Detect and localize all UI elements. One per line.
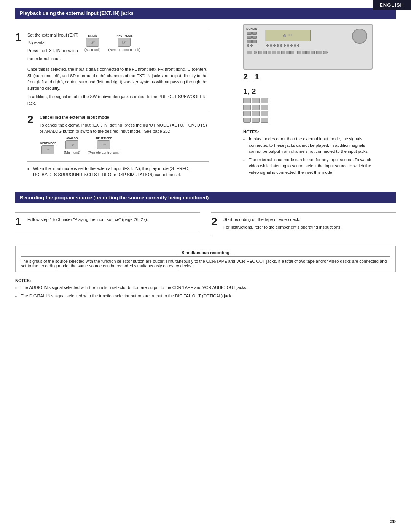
notes-box-right: NOTES: • In play modes other than the ex… bbox=[243, 130, 373, 177]
step2-desc: To cancel the external input (EXT. IN) s… bbox=[40, 122, 209, 135]
remote-panel-illus bbox=[243, 98, 268, 123]
note1: • In play modes other than the external … bbox=[243, 136, 373, 155]
ext-in-button-illus: ☞ bbox=[86, 38, 99, 47]
main-unit-label: (Main unit) bbox=[84, 48, 101, 52]
note1-text: In play modes other than the external in… bbox=[249, 136, 373, 155]
bottom-note1: • The AUDIO IN’s signal selected with th… bbox=[15, 284, 396, 291]
input-mode-main-lbl: INPUT MODE bbox=[40, 142, 56, 145]
section2-right: 2 Start recording on the tape or video d… bbox=[211, 208, 396, 241]
hand-icon4: ☞ bbox=[70, 142, 75, 148]
input-mode-remote-btn: ☞ bbox=[97, 140, 110, 149]
page-number: 29 bbox=[390, 519, 396, 524]
input-mode-remote-lbl: INPUT MODE bbox=[96, 137, 112, 140]
sim-rec-text: The signals of the source selected with … bbox=[21, 259, 390, 268]
bottom-dot2: • bbox=[15, 293, 19, 300]
step1-desc1: Once this is selected, the input signals… bbox=[27, 66, 209, 91]
step1-line1: Set the external input (EXT. bbox=[27, 32, 78, 38]
step2-block: 2 Cancelling the external input mode To … bbox=[27, 114, 209, 157]
sim-rec-container: Simultaneous recording The signals of th… bbox=[15, 246, 396, 272]
input-mode-remote-group: INPUT MODE ☞ (Remote control unit) bbox=[88, 137, 119, 154]
step1-desc2: In addition, the signal input to the SW … bbox=[27, 94, 209, 106]
bullet1: • When the input mode is set to the exte… bbox=[27, 165, 209, 178]
main-unit-group: EXT. IN ☞ (Main unit) bbox=[84, 34, 101, 52]
section2: Recording the program source (recording … bbox=[15, 192, 396, 300]
step1-number: 1 bbox=[15, 32, 24, 180]
notes-bottom: NOTES: • The AUDIO IN’s signal selected … bbox=[15, 278, 396, 300]
hand-icon5: ☞ bbox=[101, 142, 106, 148]
s2-step1-desc: Follow step 1 to 3 under “Playing the in… bbox=[27, 216, 200, 223]
analog-btn: ☞ bbox=[65, 140, 78, 149]
right-column: DENON bbox=[220, 24, 396, 184]
label-12: 1, 2 bbox=[243, 87, 268, 96]
note-dot2: • bbox=[243, 157, 247, 176]
notes-title-right: NOTES: bbox=[243, 130, 373, 134]
s2-step2-num: 2 bbox=[211, 216, 220, 232]
main-unit-label2: (Main unit) bbox=[64, 151, 80, 154]
step2-content: Cancelling the external input mode To ca… bbox=[40, 114, 209, 157]
note-dot1: • bbox=[243, 136, 247, 155]
s2-step2-content: Start recording on the tape or video dec… bbox=[223, 216, 396, 232]
bullet-section: • When the input mode is set to the exte… bbox=[27, 165, 209, 178]
s2-step2: 2 Start recording on the tape or video d… bbox=[211, 216, 396, 232]
bullet-dot1: • bbox=[27, 166, 31, 178]
notes-title-bottom: NOTES: bbox=[15, 278, 396, 283]
s2-step1-content: Follow step 1 to 3 under “Playing the in… bbox=[27, 216, 200, 227]
analog-lbl: ANALOG bbox=[66, 137, 78, 140]
remote-label: (Remote control unit) bbox=[108, 48, 140, 52]
s2-step1-num: 1 bbox=[15, 216, 24, 227]
section2-header: Recording the program source (recording … bbox=[15, 192, 396, 203]
bottom-note2: • The DIGITAL IN’s signal selected with … bbox=[15, 293, 396, 300]
note2-text: The external input mode can be set for a… bbox=[249, 157, 373, 176]
step1-devices: EXT. IN ☞ (Main unit) INPUT MODE ☞ bbox=[84, 34, 140, 52]
sim-rec-title: Simultaneous recording bbox=[21, 250, 390, 257]
s2-step1: 1 Follow step 1 to 3 under “Playing the … bbox=[15, 216, 200, 227]
label-2: 2 bbox=[243, 72, 248, 82]
input-mode-button-illus: ☞ bbox=[118, 38, 131, 47]
remote-right-panel: 1, 2 bbox=[243, 87, 373, 123]
hand-icon2: ☞ bbox=[122, 39, 127, 45]
input-mode-main-btn: ☞ bbox=[41, 145, 54, 154]
ext-in-label: EXT. IN bbox=[88, 34, 97, 37]
s2-step2-line2: For instructions, refer to the component… bbox=[223, 224, 396, 230]
hand-icon: ☞ bbox=[90, 39, 95, 45]
bottom-dot1: • bbox=[15, 285, 19, 291]
step1-block: 1 Set the external input (EXT. IN) mode.… bbox=[15, 32, 209, 180]
step1-line4: the external input. bbox=[27, 56, 78, 62]
step2-title: Cancelling the external input mode bbox=[40, 114, 209, 121]
section2-left: 1 Follow step 1 to 3 under “Playing the … bbox=[15, 208, 200, 241]
label-1: 1 bbox=[255, 72, 259, 82]
remote-unit-label: (Remote control unit) bbox=[88, 151, 119, 154]
receiver-illustration-container: DENON bbox=[243, 24, 373, 123]
note2: • The external input mode can be set for… bbox=[243, 157, 373, 176]
bottom-note1-text: The AUDIO IN’s signal selected with the … bbox=[21, 284, 247, 291]
remote-group: INPUT MODE ☞ (Remote control unit) bbox=[108, 34, 140, 52]
step2-number: 2 bbox=[27, 114, 36, 157]
input-mode-main-group: INPUT MODE ☞ bbox=[40, 142, 56, 154]
bottom-note2-text: The DIGITAL IN’s signal selected with th… bbox=[21, 293, 233, 300]
bullet1-text: When the input mode is set to the extern… bbox=[33, 165, 209, 178]
step1-content: Set the external input (EXT. IN) mode. P… bbox=[27, 32, 209, 180]
receiver-side-labels: 2 1 bbox=[243, 72, 373, 82]
receiver-illus: DENON bbox=[243, 24, 373, 70]
step1-line2: IN) mode. bbox=[27, 40, 78, 46]
hand-icon3: ☞ bbox=[45, 147, 50, 153]
language-badge: ENGLISH bbox=[373, 0, 411, 10]
s2-step2-line1: Start recording on the tape or video dec… bbox=[223, 216, 396, 223]
section1-header: Playback using the external input (EXT. … bbox=[15, 8, 396, 19]
input-mode-label: INPUT MODE bbox=[116, 34, 132, 37]
step2-images: INPUT MODE ☞ ANALOG ☞ bbox=[40, 137, 209, 154]
step1-line3: Press the EXT. IN to switch bbox=[27, 48, 78, 54]
analog-group: ANALOG ☞ (Main unit) bbox=[64, 137, 80, 154]
section2-cols: 1 Follow step 1 to 3 under “Playing the … bbox=[15, 208, 396, 241]
